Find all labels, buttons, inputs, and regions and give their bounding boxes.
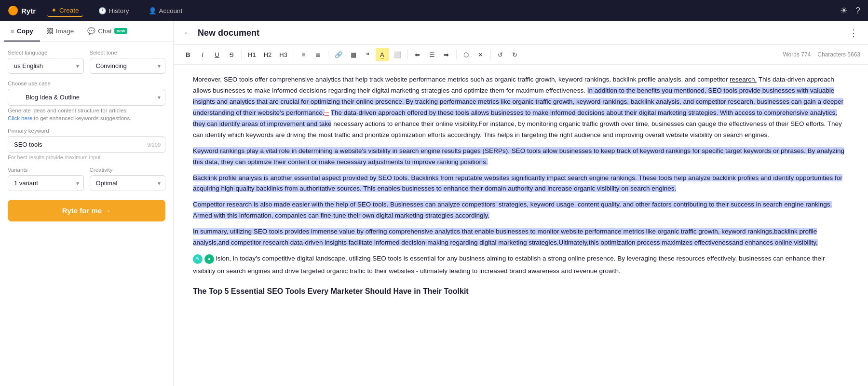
use-case-wrapper: B Blog Idea & Outline Blog Section Writi… xyxy=(8,89,165,106)
language-field: Select language us English uk English Sp… xyxy=(8,50,84,74)
use-case-select[interactable]: Blog Idea & Outline Blog Section Writing… xyxy=(8,89,165,106)
creativity-select-wrapper: Optimal Low High Max ▾ xyxy=(90,175,166,191)
quote-button[interactable]: ❝ xyxy=(361,48,375,61)
language-label: Select language xyxy=(8,50,84,55)
tab-copy[interactable]: ≡ Copy xyxy=(4,21,40,41)
tab-image[interactable]: 🖼 Image xyxy=(40,21,81,41)
keyword-input-wrapper: 9/200 xyxy=(8,136,165,153)
main-layout: ≡ Copy 🖼 Image 💬 Chat new Select languag… xyxy=(0,21,868,386)
primary-keyword-field: Primary keyword 9/200 For best results p… xyxy=(8,128,165,160)
variants-creativity-row: Variants 1 variant 2 variants 3 variants… xyxy=(8,167,165,191)
redo-button[interactable]: ↻ xyxy=(508,48,522,61)
paragraph-5: In summary, utilizing SEO tools provides… xyxy=(193,226,849,248)
sidebar-content: Select language us English uk English Sp… xyxy=(0,42,173,229)
keyword-helper-text: For best results provide maximum input xyxy=(8,154,165,160)
creativity-select[interactable]: Optimal Low High Max xyxy=(90,175,166,191)
tone-label: Select tone xyxy=(90,50,166,55)
ryte-for-me-button[interactable]: Ryte for me → xyxy=(8,200,165,221)
bold-button[interactable]: B xyxy=(181,48,195,61)
tone-select[interactable]: Convincing Formal Casual Funny xyxy=(90,58,166,74)
toolbar-separator-3 xyxy=(328,50,328,59)
h1-button[interactable]: H1 xyxy=(244,48,259,61)
image-tab-icon: 🖼 xyxy=(47,28,54,35)
creativity-field: Creativity Optimal Low High Max ▾ xyxy=(90,167,166,191)
use-case-description: Generate ideas and content structure for… xyxy=(8,108,165,113)
language-select-wrapper: us English uk English Spanish French ▾ xyxy=(8,58,84,74)
italic-button[interactable]: I xyxy=(196,48,209,61)
clear-format-button[interactable]: ⬜ xyxy=(390,48,405,61)
selected-text-4: Backlink profile analysis is another ess… xyxy=(193,174,842,193)
sidebar-tabs: ≡ Copy 🖼 Image 💬 Chat new xyxy=(0,21,173,42)
selected-text-5: Competitor research is also made easier … xyxy=(193,201,832,219)
ai-pencil-icon: ✎ xyxy=(193,254,203,264)
sidebar: ≡ Copy 🖼 Image 💬 Chat new Select languag… xyxy=(0,21,174,386)
toolbar-separator-4 xyxy=(407,50,408,59)
nav-history-label: History xyxy=(109,7,129,14)
tone-field: Select tone Convincing Formal Casual Fun… xyxy=(90,50,166,74)
editor-header: ← New document ⋮ xyxy=(174,21,868,45)
nav-history[interactable]: 🕐 History xyxy=(95,5,133,16)
help-button[interactable]: ? xyxy=(855,6,860,16)
clear-button[interactable]: ✕ xyxy=(474,48,488,61)
language-select[interactable]: us English uk English Spanish French xyxy=(8,58,84,74)
undo-button[interactable]: ↺ xyxy=(494,48,507,61)
keyword-suggestion-text: Click here to get enhanced keywords sugg… xyxy=(8,115,165,121)
h2-button[interactable]: H2 xyxy=(260,48,275,61)
image-button[interactable]: ▦ xyxy=(347,48,360,61)
toolbar-separator-6 xyxy=(490,50,491,59)
keyword-suggestion-suffix: to get enhanced keywords suggestions. xyxy=(34,115,131,121)
top-navigation: 🟠 Rytr ✦ Create 🕐 History 👤 Account ☀ ? xyxy=(0,0,868,21)
chat-tab-label: Chat xyxy=(98,28,112,35)
creativity-label: Creativity xyxy=(90,167,166,173)
selected-text-3: Keyword rankings play a vital role in de… xyxy=(193,147,844,165)
image-tab-label: Image xyxy=(56,28,74,35)
tab-chat[interactable]: 💬 Chat new xyxy=(81,21,134,41)
ordered-list-button[interactable]: ≣ xyxy=(312,48,325,61)
more-toolbar-button[interactable]: ⬡ xyxy=(460,48,473,61)
logo-icon: 🟠 xyxy=(8,5,18,16)
bullet-list-button[interactable]: ≡ xyxy=(297,48,311,61)
logo[interactable]: 🟠 Rytr xyxy=(8,5,36,16)
paragraph-3: Backlink profile analysis is another ess… xyxy=(193,173,849,195)
tone-select-wrapper: Convincing Formal Casual Funny ▾ xyxy=(90,58,166,74)
variants-select[interactable]: 1 variant 2 variants 3 variants xyxy=(8,175,84,191)
logo-text: Rytr xyxy=(21,7,36,15)
back-button[interactable]: ← xyxy=(183,28,192,38)
toolbar-separator-5 xyxy=(456,50,457,59)
ai-icons: ✎ ● xyxy=(193,254,214,264)
variants-field: Variants 1 variant 2 variants 3 variants… xyxy=(8,167,84,191)
toolbar-separator-1 xyxy=(241,50,242,59)
nav-create-label: Create xyxy=(59,7,79,14)
paragraph-2: Keyword rankings play a vital role in de… xyxy=(193,146,849,168)
h3-button[interactable]: H3 xyxy=(276,48,291,61)
keyword-counter: 9/200 xyxy=(147,142,161,148)
strikethrough-button[interactable]: S xyxy=(225,48,238,61)
primary-keyword-label: Primary keyword xyxy=(8,128,165,134)
create-icon: ✦ xyxy=(51,6,57,14)
correction-mark: ─ xyxy=(325,109,329,116)
chat-badge: new xyxy=(114,28,128,34)
chat-tab-icon: 💬 xyxy=(87,27,95,35)
underline-button[interactable]: U xyxy=(210,48,224,61)
toolbar-separator-2 xyxy=(294,50,294,59)
paragraph-1: Moreover, SEO tools offer comprehensive … xyxy=(193,74,849,141)
align-left-button[interactable]: ⬅ xyxy=(411,48,424,61)
ai-check-icon: ● xyxy=(204,254,214,264)
link-button[interactable]: 🔗 xyxy=(331,48,346,61)
variants-label: Variants xyxy=(8,167,84,173)
primary-keyword-input[interactable] xyxy=(8,136,165,153)
align-center-button[interactable]: ☰ xyxy=(425,48,439,61)
highlight-button[interactable]: A̲ xyxy=(376,48,389,61)
nav-create[interactable]: ✦ Create xyxy=(47,4,83,17)
use-case-field: Choose use case B Blog Idea & Outline Bl… xyxy=(8,81,165,121)
nav-right: ☀ ? xyxy=(840,5,860,16)
keyword-suggestion-link[interactable]: Click here xyxy=(8,115,32,121)
more-options-button[interactable]: ⋮ xyxy=(849,27,858,39)
editor-content[interactable]: Moreover, SEO tools offer comprehensive … xyxy=(174,65,868,386)
document-title: New document xyxy=(198,28,259,38)
theme-toggle-button[interactable]: ☀ xyxy=(840,5,848,16)
align-right-button[interactable]: ➡ xyxy=(440,48,453,61)
paragraph-4: Competitor research is also made easier … xyxy=(193,199,849,221)
nav-account[interactable]: 👤 Account xyxy=(145,5,187,16)
history-icon: 🕐 xyxy=(98,7,107,14)
